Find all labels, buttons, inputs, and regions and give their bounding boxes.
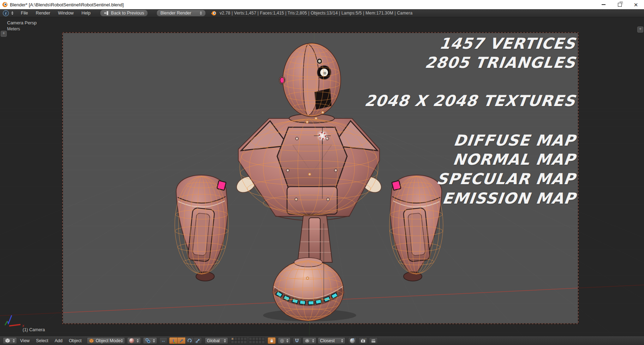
layer-group-1[interactable] (231, 338, 247, 344)
pivot-point-icon (145, 338, 150, 343)
blender-window: Blender* [A:\Blends\RobotSentinel\RobotS… (0, 0, 644, 345)
viewport-header: View Select Add Object Object Mode ↔ (0, 336, 644, 345)
chevron-updown-icon (312, 339, 314, 343)
menu-object[interactable]: Object (66, 338, 85, 343)
info-icon: i (3, 10, 9, 16)
overlay-map-text: EMISSION MAP (441, 189, 577, 207)
layer-selector[interactable] (231, 338, 265, 344)
menu-render[interactable]: Render (32, 11, 54, 16)
translate-manipulator-button[interactable] (177, 337, 186, 344)
menu-window[interactable]: Window (54, 11, 77, 16)
rotate-manipulator-button[interactable] (185, 337, 194, 344)
scale-icon (195, 338, 200, 343)
editor-type-button[interactable] (3, 337, 17, 344)
scale-manipulator-button[interactable] (193, 337, 202, 344)
chevron-updown-icon (286, 339, 288, 343)
blender-logo-icon (211, 11, 217, 16)
chevron-updown-icon (153, 339, 155, 343)
restore-icon (618, 3, 622, 7)
menu-select[interactable]: Select (33, 338, 52, 343)
robot-pelvis (298, 216, 332, 262)
manipulator-icon (171, 338, 176, 343)
translate-icon (179, 338, 184, 343)
mode-cube-icon (89, 338, 94, 343)
window-titlebar: Blender* [A:\Blends\RobotSentinel\RobotS… (0, 0, 644, 9)
chevron-updown-icon (341, 339, 343, 343)
menu-add[interactable]: Add (52, 338, 66, 343)
back-to-previous-button[interactable]: Back to Previous (100, 10, 148, 17)
minimize-button[interactable] (595, 0, 612, 9)
viewport-shading-select[interactable] (127, 337, 141, 344)
chevron-updown-icon (121, 339, 123, 343)
pivot-point-select[interactable] (143, 337, 157, 344)
snap-element-select[interactable] (303, 337, 316, 344)
active-camera-label: (1) Camera (23, 327, 45, 332)
snap-element-icon (305, 338, 310, 343)
render-image-button[interactable] (359, 337, 368, 344)
overlay-triangles-text: 2805 TRIANGLES (424, 54, 577, 71)
3d-viewport[interactable]: x Camera Persp Meters + + 1457 VERTICES … (0, 17, 644, 336)
units-label: Meters (7, 27, 20, 31)
menu-help[interactable]: Help (78, 11, 95, 16)
snap-toggle-button[interactable] (293, 337, 301, 344)
chevron-updown-icon (224, 339, 226, 343)
overlay-map-text: DIFFUSE MAP (453, 131, 577, 149)
restore-button[interactable] (612, 0, 628, 9)
overlay-vertices-text: 1457 VERTICES (439, 35, 577, 52)
chevron-updown-icon (13, 339, 15, 343)
scene-statistics: v2.78 | Verts:1,457 | Faces:1,415 | Tris… (220, 11, 412, 16)
mode-select[interactable]: Object Mode (87, 337, 125, 344)
blender-logo-icon (2, 2, 8, 7)
opengl-render-icon (350, 338, 355, 343)
info-header: i File Render Window Help Back to Previo… (0, 9, 644, 17)
render-image-icon (360, 338, 366, 343)
double-arrow-icon: ↔ (161, 338, 166, 343)
proportional-edit-icon: ◎ (280, 338, 284, 343)
snap-magnet-icon (294, 338, 299, 343)
overlay-map-text: SPECULAR MAP (436, 170, 577, 188)
manipulator-center-toggle[interactable]: ↔ (159, 337, 167, 344)
panel-expand-left-icon[interactable]: + (1, 31, 7, 37)
proportional-edit-select[interactable]: ◎ (278, 337, 291, 344)
overlay-textures-text: 2048 X 2048 TEXTURES (364, 92, 577, 110)
snap-target-select[interactable]: Closest (318, 337, 345, 344)
render-animation-button[interactable] (369, 337, 378, 344)
chevron-updown-icon (200, 11, 202, 15)
transform-orientation-select[interactable]: Global (205, 337, 228, 344)
close-button[interactable]: ✕ (628, 0, 644, 9)
window-title: Blender* [A:\Blends\RobotSentinel\RobotS… (10, 2, 124, 7)
view-name-label: Camera Persp (7, 20, 37, 25)
chevron-updown-icon (11, 11, 13, 15)
rotate-icon (187, 338, 192, 343)
render-animation-icon (371, 338, 376, 343)
lock-icon (269, 338, 274, 343)
back-icon (104, 11, 109, 16)
menu-file[interactable]: File (17, 11, 32, 16)
manipulator-toggle-button[interactable] (169, 337, 178, 344)
editor-type-icon (5, 338, 10, 343)
layer-group-2[interactable] (249, 338, 265, 344)
render-engine-select[interactable]: Blender Render (156, 10, 206, 17)
opengl-render-button[interactable] (348, 337, 357, 344)
panel-expand-right-icon[interactable]: + (637, 27, 643, 33)
editor-type-selector[interactable]: i (3, 10, 13, 16)
scene-lock-button[interactable] (268, 337, 276, 344)
overlay-map-text: NORMAL MAP (452, 151, 577, 168)
shading-sphere-icon (129, 338, 134, 343)
close-icon: ✕ (634, 2, 638, 7)
chevron-updown-icon (137, 339, 139, 343)
menu-view[interactable]: View (17, 338, 33, 343)
